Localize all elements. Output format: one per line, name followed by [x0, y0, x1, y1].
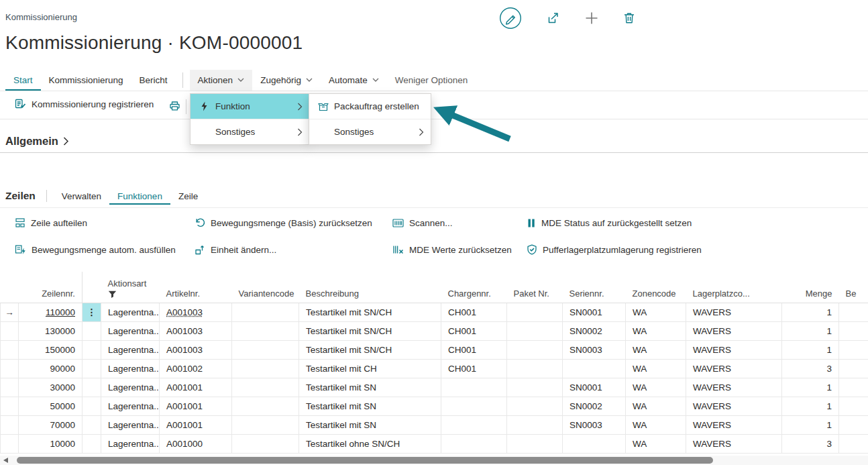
cell-beschreibung[interactable]: Testartikel mit SN: [299, 397, 441, 415]
tab-kommissionierung[interactable]: Kommissionierung: [41, 70, 131, 91]
cell-menge[interactable]: 3: [782, 434, 839, 453]
cell-aktionsart[interactable]: Lagerentna...: [101, 378, 160, 397]
change-unit-button[interactable]: Einheit ändern...: [195, 244, 392, 255]
cell-menge[interactable]: 1: [782, 340, 839, 359]
cell-paketnr[interactable]: [507, 303, 563, 321]
cell-variantencode[interactable]: [232, 321, 299, 340]
cell-variantencode[interactable]: [232, 303, 299, 321]
row-selector[interactable]: [1, 434, 19, 453]
cell-artikelnr[interactable]: A001001: [160, 397, 232, 415]
split-line-button[interactable]: Zeile aufteilen: [15, 217, 195, 228]
cell-beschreibung[interactable]: Testartikel ohne SN/CH: [299, 434, 441, 453]
cell-zeilennr[interactable]: 50000: [19, 397, 83, 415]
cell-be[interactable]: [839, 434, 868, 453]
column-header-lagerplatz[interactable]: Lagerplatzco...: [686, 272, 782, 303]
table-row[interactable]: →110000⋮Lagerentna...A001003Testartikel …: [1, 303, 868, 321]
cell-chargennr[interactable]: CH001: [441, 340, 507, 359]
tab-automate[interactable]: Automate: [321, 70, 387, 91]
tab-zeile[interactable]: Zeile: [170, 187, 206, 205]
cell-paketnr[interactable]: [507, 321, 563, 340]
cell-artikelnr[interactable]: A001001: [160, 378, 232, 397]
cell-menge[interactable]: 1: [782, 378, 839, 397]
cell-be[interactable]: [839, 340, 868, 359]
cell-lagerplatz[interactable]: WAVERS: [686, 434, 782, 453]
column-header-beschreibung[interactable]: Beschreibung: [299, 272, 441, 303]
cell-paketnr[interactable]: [507, 340, 563, 359]
autofill-qty-button[interactable]: Bewegungsmenge autom. ausfüllen: [15, 244, 195, 255]
cell-menge[interactable]: 1: [782, 415, 839, 434]
cell-paketnr[interactable]: [507, 378, 563, 397]
cell-zeilennr[interactable]: 30000: [19, 378, 83, 397]
cell-seriennr[interactable]: SN0001: [563, 378, 626, 397]
scroll-left-icon[interactable]: [3, 458, 8, 463]
cell-be[interactable]: [839, 303, 868, 321]
table-row[interactable]: 130000Lagerentna...A001003Testartikel mi…: [1, 321, 868, 340]
column-header-zonencode[interactable]: Zonencode: [626, 272, 686, 303]
row-selector[interactable]: [1, 378, 19, 397]
cell-chargennr[interactable]: [441, 378, 507, 397]
cell-menu[interactable]: [83, 359, 101, 378]
column-header-zeilennr[interactable]: Zeilennr.: [19, 272, 83, 303]
cell-menge[interactable]: 1: [782, 321, 839, 340]
cell-zonencode[interactable]: WA: [626, 340, 686, 359]
cell-zonencode[interactable]: WA: [626, 434, 686, 453]
cell-paketnr[interactable]: [507, 397, 563, 415]
column-header-variantencode[interactable]: Variantencode: [232, 272, 299, 303]
less-options-button[interactable]: Weniger Optionen: [387, 70, 476, 91]
tab-verwalten[interactable]: Verwalten: [54, 187, 109, 205]
cell-artikelnr[interactable]: A001002: [160, 359, 232, 378]
cell-menu[interactable]: [83, 397, 101, 415]
cell-seriennr[interactable]: SN0003: [563, 340, 626, 359]
cell-paketnr[interactable]: [507, 359, 563, 378]
cell-aktionsart[interactable]: Lagerentna...: [101, 434, 160, 453]
cell-variantencode[interactable]: [232, 397, 299, 415]
column-header-menge[interactable]: Menge: [782, 272, 839, 303]
cell-beschreibung[interactable]: Testartikel mit CH: [299, 359, 441, 378]
cell-menu[interactable]: [83, 434, 101, 453]
cell-chargennr[interactable]: CH001: [441, 303, 507, 321]
column-header-paketnr[interactable]: Paket Nr.: [507, 272, 563, 303]
cell-be[interactable]: [839, 378, 868, 397]
cell-chargennr[interactable]: [441, 415, 507, 434]
cell-aktionsart[interactable]: Lagerentna...: [101, 340, 160, 359]
register-picking-button[interactable]: Kommissionierung registrieren: [15, 99, 154, 109]
cell-zeilennr[interactable]: 110000: [19, 303, 83, 321]
row-selector[interactable]: [1, 321, 19, 340]
cell-menu[interactable]: [83, 378, 101, 397]
buffer-bin-register-button[interactable]: Pufferlagerplatzumlagerung registrieren: [527, 244, 707, 255]
tab-zugehoerig[interactable]: Zugehörig: [252, 70, 321, 91]
table-row[interactable]: 30000Lagerentna...A001001Testartikel mit…: [1, 378, 868, 397]
row-selector[interactable]: →: [1, 303, 19, 321]
cell-aktionsart[interactable]: Lagerentna...: [101, 303, 160, 321]
edit-button[interactable]: [499, 7, 522, 30]
cell-menge[interactable]: 3: [782, 359, 839, 378]
cell-aktionsart[interactable]: Lagerentna...: [101, 415, 160, 434]
cell-menu[interactable]: [83, 415, 101, 434]
menu-item-funktion[interactable]: Funktion: [191, 94, 309, 119]
cell-variantencode[interactable]: [232, 415, 299, 434]
row-selector[interactable]: [1, 359, 19, 378]
cell-menge[interactable]: 1: [782, 303, 839, 321]
cell-artikelnr[interactable]: A001003: [160, 340, 232, 359]
row-selector[interactable]: [1, 340, 19, 359]
cell-beschreibung[interactable]: Testartikel mit SN: [299, 378, 441, 397]
print-button[interactable]: [169, 101, 180, 111]
cell-artikelnr[interactable]: A001001: [160, 415, 232, 434]
menu-item-packauftrag-erstellen[interactable]: Packauftrag erstellen: [309, 94, 431, 119]
cell-zeilennr[interactable]: 90000: [19, 359, 83, 378]
cell-chargennr[interactable]: CH001: [441, 359, 507, 378]
breadcrumb[interactable]: Kommissionierung: [5, 12, 77, 22]
cell-artikelnr[interactable]: A001003: [160, 321, 232, 340]
share-button[interactable]: [546, 11, 561, 25]
cell-zonencode[interactable]: WA: [626, 415, 686, 434]
cell-be[interactable]: [839, 397, 868, 415]
column-header-artikelnr[interactable]: Artikelnr.: [160, 272, 232, 303]
cell-seriennr[interactable]: [563, 434, 626, 453]
cell-zonencode[interactable]: WA: [626, 321, 686, 340]
cell-variantencode[interactable]: [232, 359, 299, 378]
cell-paketnr[interactable]: [507, 415, 563, 434]
mde-status-pause-button[interactable]: MDE Status auf zurückgestellt setzen: [527, 218, 707, 228]
cell-paketnr[interactable]: [507, 434, 563, 453]
cell-seriennr[interactable]: [563, 359, 626, 378]
table-row[interactable]: 10000Lagerentna...A001000Testartikel ohn…: [1, 434, 868, 453]
